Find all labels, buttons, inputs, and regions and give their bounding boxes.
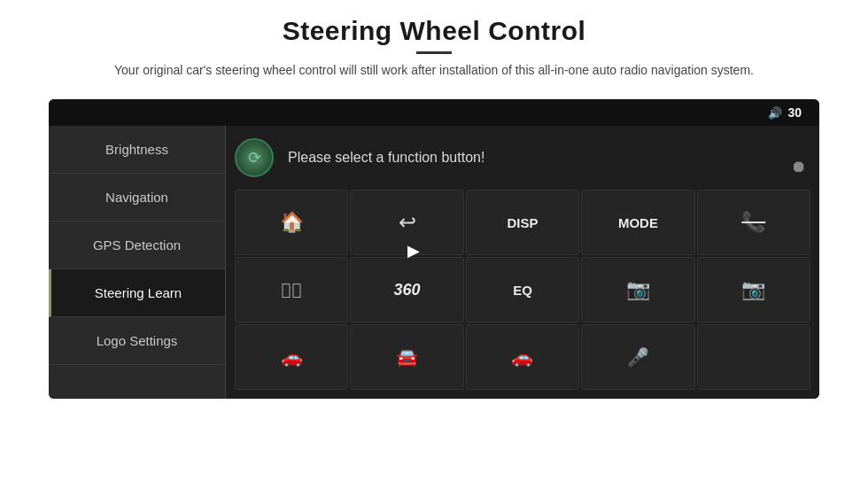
refresh-button[interactable]: ⟳ bbox=[235, 138, 274, 177]
home-icon: 🏠 bbox=[280, 211, 304, 234]
refresh-icon: ⟳ bbox=[248, 148, 261, 167]
page-title: Steering Wheel Control bbox=[114, 16, 754, 46]
title-section: Steering Wheel Control Your original car… bbox=[114, 16, 754, 80]
360-label: 360 bbox=[394, 281, 421, 299]
btn-mode[interactable]: MODE bbox=[581, 190, 694, 255]
btn-cam-right[interactable]: 📷 bbox=[697, 257, 810, 323]
car2-icon: 🚘 bbox=[396, 346, 418, 368]
btn-cam-left[interactable]: 📷 bbox=[581, 257, 694, 323]
mode-label: MODE bbox=[618, 215, 658, 230]
menu-item-logo[interactable]: Logo Settings bbox=[49, 317, 225, 365]
btn-car2[interactable]: 🚘 bbox=[350, 324, 463, 390]
menu-item-brightness[interactable]: Brightness bbox=[49, 126, 225, 174]
disp-label: DISP bbox=[507, 215, 538, 230]
car-screen: 🔊 30 Brightness Navigation GPS Detection… bbox=[49, 99, 819, 399]
menu-item-gps[interactable]: GPS Detection bbox=[49, 222, 225, 269]
cam-right-icon: 📷 bbox=[741, 278, 765, 301]
volume-number: 30 bbox=[787, 105, 802, 120]
btn-empty[interactable] bbox=[697, 324, 810, 390]
btn-back[interactable]: ↩ bbox=[350, 190, 463, 255]
btn-car3[interactable]: 🚗 bbox=[466, 324, 579, 390]
btn-mic[interactable]: 🎤 bbox=[581, 324, 694, 390]
sidebar-menu: Brightness Navigation GPS Detection Stee… bbox=[49, 126, 226, 399]
page-wrapper: Steering Wheel Control Your original car… bbox=[0, 0, 868, 482]
back-icon: ↩ bbox=[399, 210, 416, 235]
title-divider bbox=[416, 51, 452, 54]
button-grid: 🏠 ↩ DISP MODE 📞 bbox=[235, 190, 810, 390]
btn-home[interactable]: 🏠 bbox=[235, 190, 348, 255]
topright-icon: ⏺ bbox=[791, 158, 807, 176]
btn-tune[interactable]: ⌷⌷ bbox=[235, 257, 348, 323]
btn-360[interactable]: 360 bbox=[350, 257, 463, 323]
content-area: ▶ ⏺ ⟳ Please select a function button! 🏠 bbox=[226, 126, 819, 399]
btn-car1[interactable]: 🚗 bbox=[235, 324, 348, 390]
menu-item-navigation[interactable]: Navigation bbox=[49, 174, 225, 222]
btn-eq[interactable]: EQ bbox=[466, 257, 579, 323]
mute-phone-icon: 📞 bbox=[741, 211, 765, 234]
function-header: ⟳ Please select a function button! bbox=[235, 135, 810, 181]
cam-left-icon: 📷 bbox=[626, 278, 650, 301]
volume-icon: 🔊 bbox=[768, 106, 782, 120]
screen-topbar: 🔊 30 bbox=[49, 99, 819, 126]
mic-icon: 🎤 bbox=[627, 346, 649, 368]
car1-icon: 🚗 bbox=[281, 346, 303, 368]
screen-body: Brightness Navigation GPS Detection Stee… bbox=[49, 126, 819, 399]
car3-icon: 🚗 bbox=[511, 346, 533, 368]
btn-mute-phone[interactable]: 📞 bbox=[697, 190, 810, 255]
menu-item-steering-learn[interactable]: Steering Learn bbox=[49, 269, 225, 317]
function-prompt-text: Please select a function button! bbox=[288, 150, 484, 166]
eq-label: EQ bbox=[513, 283, 532, 298]
page-subtitle: Your original car's steering wheel contr… bbox=[114, 61, 754, 80]
btn-disp[interactable]: DISP bbox=[466, 190, 579, 255]
tune-icon: ⌷⌷ bbox=[281, 280, 302, 300]
